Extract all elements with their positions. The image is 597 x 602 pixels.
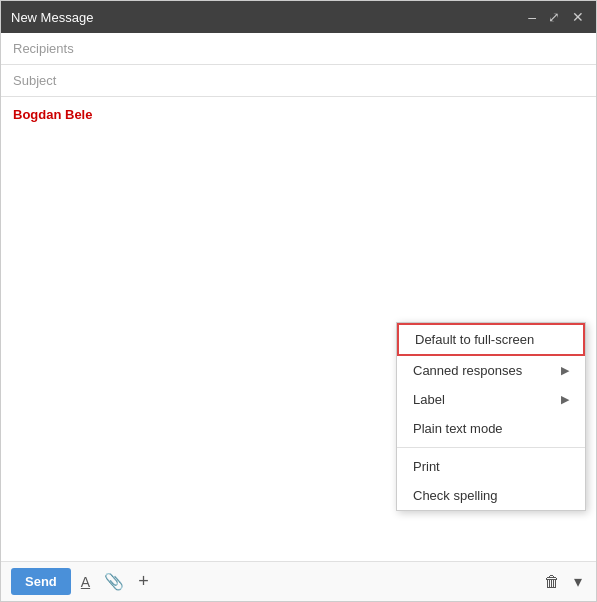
menu-item-check-spelling[interactable]: Check spelling: [397, 481, 585, 510]
context-menu: Default to full-screen Canned responses …: [396, 322, 586, 511]
expand-button[interactable]: ⤢: [546, 10, 562, 24]
expand-options-button[interactable]: ▾: [570, 570, 586, 593]
compose-window: New Message – ⤢ ✕ Bogdan Bele Default to…: [0, 0, 597, 602]
paperclip-icon: 📎: [104, 573, 124, 590]
signature-text: Bogdan Bele: [13, 107, 584, 122]
plus-icon: +: [138, 571, 149, 591]
menu-item-print[interactable]: Print: [397, 452, 585, 481]
menu-item-label: Plain text mode: [413, 421, 503, 436]
menu-divider: [397, 447, 585, 448]
menu-item-label: Check spelling: [413, 488, 498, 503]
window-title: New Message: [11, 10, 93, 25]
menu-item-label: Default to full-screen: [415, 332, 534, 347]
format-text-button[interactable]: A: [77, 571, 94, 593]
minimize-button[interactable]: –: [526, 10, 538, 24]
send-button[interactable]: Send: [11, 568, 71, 595]
menu-item-label[interactable]: Label ▶: [397, 385, 585, 414]
toolbar: Send A 📎 + 🗑 ▾: [1, 561, 596, 601]
trash-icon: 🗑: [544, 573, 560, 590]
menu-item-canned-responses[interactable]: Canned responses ▶: [397, 356, 585, 385]
menu-item-label: Print: [413, 459, 440, 474]
more-options-button[interactable]: +: [134, 569, 153, 594]
close-button[interactable]: ✕: [570, 10, 586, 24]
menu-item-plain-text[interactable]: Plain text mode: [397, 414, 585, 443]
menu-item-label: Canned responses: [413, 363, 522, 378]
compose-area[interactable]: Bogdan Bele Default to full-screen Canne…: [1, 97, 596, 561]
recipients-input[interactable]: [13, 41, 584, 56]
submenu-arrow-icon: ▶: [561, 393, 569, 406]
recipients-row: [1, 33, 596, 65]
submenu-arrow-icon: ▶: [561, 364, 569, 377]
format-text-icon: A: [81, 574, 90, 590]
titlebar: New Message – ⤢ ✕: [1, 1, 596, 33]
menu-item-label: Label: [413, 392, 445, 407]
window-controls: – ⤢ ✕: [526, 10, 586, 24]
chevron-down-icon: ▾: [574, 573, 582, 590]
menu-item-default-fullscreen[interactable]: Default to full-screen: [397, 323, 585, 356]
attach-file-button[interactable]: 📎: [100, 570, 128, 593]
delete-button[interactable]: 🗑: [540, 571, 564, 593]
subject-input[interactable]: [13, 73, 584, 88]
subject-row: [1, 65, 596, 97]
